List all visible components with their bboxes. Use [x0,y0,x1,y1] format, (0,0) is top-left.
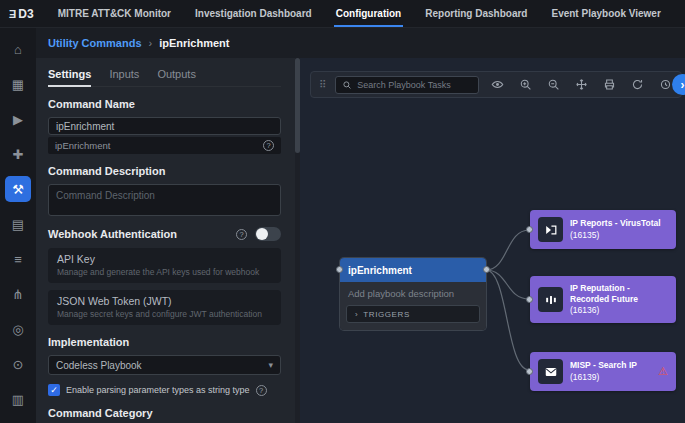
api-key-card[interactable]: API Key Manage and generate the API keys… [48,248,281,283]
help-icon[interactable]: ? [236,229,247,240]
broadcast-icon: ◎ [12,322,23,337]
command-name-version-row[interactable]: ipEnrichment ? [48,137,281,154]
output-port[interactable] [483,266,490,273]
task-node-recorded-future[interactable]: IP Reputation - Recorded Future (16136) [530,276,676,323]
jwt-card[interactable]: JSON Web Token (JWT) Manage secret keys … [48,290,281,325]
help-icon[interactable]: ? [256,385,267,396]
webhook-authentication-label: Webhook Authentication [48,228,177,240]
input-port[interactable] [526,296,533,303]
api-key-description: Manage and generate the API keys used fo… [57,267,272,277]
top-nav-tabs: MITRE ATT&CK Monitor Investigation Dashb… [46,0,673,27]
rail-item-integrations[interactable]: ✚ [5,141,31,167]
rail-item-media[interactable]: ▶ [5,106,31,132]
d3-logo-icon: E [9,8,16,20]
integrations-icon: ✚ [13,147,24,162]
task-label: IP Reputation - Recorded Future (16136) [570,283,668,316]
webhook-toggle[interactable] [255,227,281,241]
eye-icon [491,78,504,91]
input-port[interactable] [336,266,343,273]
history-button[interactable] [658,77,673,92]
zoom-in-button[interactable] [518,77,533,92]
task-id: (16136) [570,305,668,316]
breadcrumb: Utility Commands › ipEnrichment [36,28,685,58]
misp-icon [538,359,563,384]
root-node-footer: › TRIGGERS [340,302,486,330]
command-description-label: Command Description [48,165,281,177]
print-button[interactable] [602,77,617,92]
zoom-out-icon [547,78,560,91]
parse-option-checkbox[interactable]: ✓ [48,384,60,396]
task-title: IP Reputation - Recorded Future [570,283,638,304]
task-node-virustotal[interactable]: IP Reports - VirusTotal (16135) [530,210,676,249]
task-node-misp[interactable]: MISP - Search IP (16139) ⚠ [530,352,676,391]
api-key-title: API Key [57,253,272,265]
rail-item-utility-commands[interactable]: ⚒ [5,176,31,202]
root-node-description[interactable]: Add playbook description [340,282,486,302]
nav-tab-mitre-attck-monitor[interactable]: MITRE ATT&CK Monitor [46,0,183,27]
rail-item-schedule[interactable]: ▤ [5,211,31,237]
canvas-toolbar: ⠿ [310,71,682,98]
tab-outputs[interactable]: Outputs [157,66,196,86]
printer-icon [603,78,616,91]
app-logo-text: D3 [18,7,33,21]
breadcrumb-separator: › [149,37,153,49]
tab-inputs[interactable]: Inputs [109,66,139,86]
rail-item-reports[interactable]: ▥ [5,386,31,412]
refresh-icon [631,78,644,91]
left-icon-rail: ⌂ ▦ ▶ ✚ ⚒ ▤ ≡ ⋔ ◎ ⊙ ▥ ϟ [0,28,36,423]
playbook-canvas[interactable]: ⠿ [300,58,685,423]
rail-item-monitoring[interactable]: ⊙ [5,351,31,377]
triggers-button[interactable]: › TRIGGERS [346,305,480,323]
drag-handle-icon[interactable]: ⠿ [319,79,326,90]
input-port[interactable] [526,226,533,233]
tab-settings[interactable]: Settings [48,66,91,87]
nav-tab-configuration[interactable]: Configuration [324,0,414,27]
toolbar-action-button[interactable]: › [672,74,685,95]
breadcrumb-utility-commands[interactable]: Utility Commands [48,37,142,49]
refresh-button[interactable] [630,77,645,92]
parse-option-row: ✓ Enable parsing parameter types as stri… [48,384,281,396]
app-root: E D3 MITRE ATT&CK Monitor Investigation … [0,0,685,423]
search-input[interactable] [357,80,469,90]
fit-view-button[interactable] [574,77,589,92]
jwt-title: JSON Web Token (JWT) [57,295,272,307]
parse-option-label: Enable parsing parameter types as string… [66,385,250,395]
nav-tab-reporting-dashboard[interactable]: Reporting Dashboard [413,0,539,27]
rail-item-broadcast[interactable]: ◎ [5,316,31,342]
preview-button[interactable] [490,77,505,92]
nav-tab-event-playbook-viewer[interactable]: Event Playbook Viewer [539,0,672,27]
rail-item-home[interactable]: ⌂ [5,36,31,62]
toggle-knob [256,228,268,240]
database-icon: ≡ [14,252,22,267]
top-nav: E D3 MITRE ATT&CK Monitor Investigation … [0,0,685,28]
rail-item-calendar[interactable]: ▦ [5,71,31,97]
settings-panel: Settings Inputs Outputs Command Name ipE… [36,58,295,423]
playbook-root-node[interactable]: ipEnrichment Add playbook description › … [340,258,486,330]
zoom-out-button[interactable] [546,77,561,92]
monitoring-icon: ⊙ [13,357,24,372]
warning-icon[interactable]: ⚠ [658,366,668,377]
command-category-label: Command Category [48,407,281,419]
move-arrows-icon [575,78,588,91]
app-logo[interactable]: E D3 [0,7,46,21]
toolbar-icon-group [490,77,673,92]
virustotal-icon [538,217,563,242]
chevron-right-icon: › [355,310,358,319]
root-node-header[interactable]: ipEnrichment [340,258,486,282]
panel-tabs: Settings Inputs Outputs [48,66,281,87]
help-icon[interactable]: ? [263,140,274,151]
zoom-in-icon [519,78,532,91]
task-id: (16135) [570,230,661,241]
command-name-input[interactable] [48,117,281,135]
recorded-future-icon [538,287,563,312]
implementation-select[interactable]: Codeless Playbook ▾ [48,355,281,375]
rail-item-data-stack[interactable]: ≡ [5,246,31,272]
input-port[interactable] [526,368,533,375]
chevron-down-icon: ▾ [268,360,273,370]
playbook-task-search[interactable] [335,76,479,94]
home-icon: ⌂ [14,42,22,57]
command-name-version-value: ipEnrichment [55,140,110,151]
rail-item-connections[interactable]: ⋔ [5,281,31,307]
nav-tab-investigation-dashboard[interactable]: Investigation Dashboard [183,0,324,27]
command-description-input[interactable] [48,184,281,216]
